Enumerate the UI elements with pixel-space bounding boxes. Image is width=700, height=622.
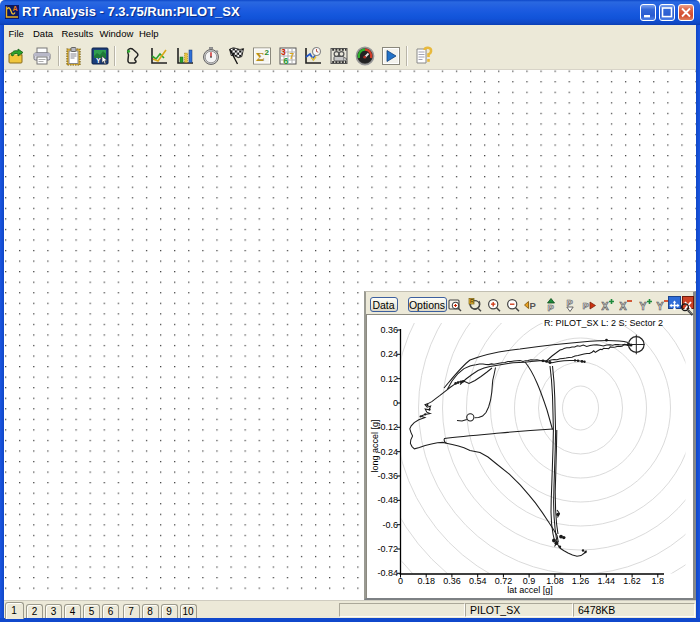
svg-text:-0.84: -0.84 <box>377 568 398 578</box>
svg-text:P: P <box>548 302 555 312</box>
svg-text:-0.24: -0.24 <box>377 447 398 457</box>
svg-text:Σ: Σ <box>256 49 265 64</box>
svg-text:lat accel [g]: lat accel [g] <box>507 585 553 595</box>
svg-text:0.18: 0.18 <box>417 576 435 586</box>
svg-text:A: A <box>13 5 18 12</box>
svg-text:P: P <box>582 300 589 311</box>
svg-text:X: X <box>602 300 609 312</box>
svg-text:0: 0 <box>398 576 403 586</box>
svg-text:-0.36: -0.36 <box>377 471 398 481</box>
svg-text:0: 0 <box>393 398 398 408</box>
svg-text:2: 2 <box>265 48 270 57</box>
svg-text:6: 6 <box>283 56 288 66</box>
svg-text:1.8: 1.8 <box>652 576 665 586</box>
svg-text:Y: Y <box>640 300 647 312</box>
svg-text:P: P <box>529 300 536 311</box>
svg-text:0.36: 0.36 <box>443 576 461 586</box>
svg-text:0.24: 0.24 <box>380 349 398 359</box>
svg-text:0.54: 0.54 <box>469 576 487 586</box>
svg-text:1.62: 1.62 <box>623 576 641 586</box>
svg-text:R: PILOT_SX L: 2 S: Sector 2: R: PILOT_SX L: 2 S: Sector 2 <box>544 318 663 328</box>
svg-text:Y: Y <box>657 300 664 312</box>
svg-text:R: R <box>470 298 474 304</box>
svg-text:-0.12: -0.12 <box>377 422 398 432</box>
svg-text:P: P <box>567 298 574 308</box>
svg-text:1.26: 1.26 <box>572 576 590 586</box>
svg-text:0.36: 0.36 <box>380 325 398 335</box>
svg-text:X: X <box>620 300 627 312</box>
svg-text:-0.6: -0.6 <box>382 520 398 530</box>
svg-text:7: 7 <box>289 51 294 61</box>
svg-text:Y: Y <box>96 57 101 64</box>
svg-text:-0.48: -0.48 <box>377 495 398 505</box>
svg-text:0.12: 0.12 <box>380 374 398 384</box>
svg-text:-0.72: -0.72 <box>377 544 398 554</box>
svg-text:1.44: 1.44 <box>598 576 616 586</box>
svg-text:long accel [g]: long accel [g] <box>370 419 380 472</box>
